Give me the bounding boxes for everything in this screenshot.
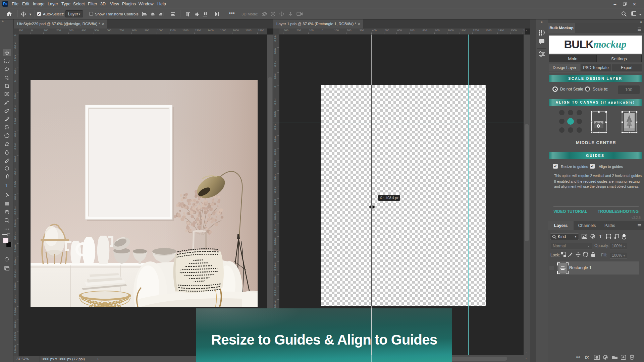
svg-text:T: T [5,183,8,188]
svg-text:T: T [599,234,602,239]
